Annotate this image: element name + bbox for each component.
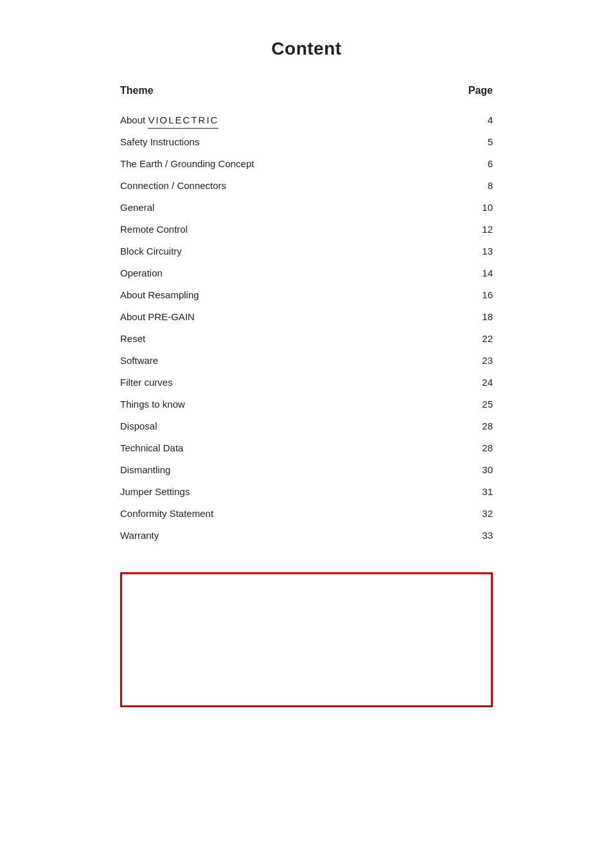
toc-item-label: Software <box>120 353 158 368</box>
toc-item-page: 28 <box>474 440 493 456</box>
toc-table: Theme Page About VIOLECTRIC 4 Safety Ins… <box>120 85 493 547</box>
toc-item-page: 6 <box>474 156 493 172</box>
list-item: General 10 <box>120 197 493 219</box>
toc-item-label: Technical Data <box>120 440 183 456</box>
list-item: Technical Data 28 <box>120 437 493 459</box>
toc-item-label: Block Circuitry <box>120 244 182 259</box>
list-item: Software 23 <box>120 350 493 372</box>
toc-item-label: Conformity Statement <box>120 506 213 521</box>
toc-item-label: The Earth / Grounding Concept <box>120 156 254 172</box>
list-item: Warranty 33 <box>120 525 493 547</box>
toc-item-label: Reset <box>120 331 145 347</box>
toc-item-page: 24 <box>474 375 493 390</box>
toc-header-row: Theme Page <box>120 85 493 103</box>
toc-item-label: Safety Instructions <box>120 134 199 150</box>
list-item: Conformity Statement 32 <box>120 503 493 525</box>
toc-item-page: 30 <box>474 462 493 478</box>
list-item: About Resampling 16 <box>120 284 493 306</box>
toc-item-label: Things to know <box>120 397 185 412</box>
toc-item-page: 25 <box>474 397 493 412</box>
toc-item-page: 12 <box>474 222 493 237</box>
toc-item-page: 33 <box>474 528 493 543</box>
toc-item-page: 5 <box>474 134 493 150</box>
toc-item-label: Warranty <box>120 528 159 543</box>
toc-item-label: Operation <box>120 266 163 281</box>
toc-item-page: 4 <box>474 113 493 128</box>
list-item: Reset 22 <box>120 328 493 350</box>
toc-item-label: Connection / Connectors <box>120 178 226 194</box>
list-item: About VIOLECTRIC 4 <box>120 109 493 131</box>
toc-item-label: About PRE-GAIN <box>120 309 195 325</box>
toc-item-page: 31 <box>474 484 493 500</box>
list-item: The Earth / Grounding Concept 6 <box>120 153 493 175</box>
toc-item-page: 22 <box>474 331 493 347</box>
toc-item-page: 8 <box>474 178 493 194</box>
toc-item-page: 13 <box>474 244 493 259</box>
toc-item-label: About VIOLECTRIC <box>120 113 218 128</box>
page-container: Content Theme Page About VIOLECTRIC 4 Sa… <box>0 0 613 868</box>
toc-item-label: Disposal <box>120 419 157 434</box>
toc-header-page: Page <box>468 85 493 96</box>
toc-item-label: General <box>120 200 154 215</box>
toc-item-page: 32 <box>474 506 493 521</box>
list-item: Connection / Connectors 8 <box>120 175 493 197</box>
toc-item-label: Filter curves <box>120 375 173 390</box>
toc-item-page: 16 <box>474 287 493 303</box>
toc-item-label: About Resampling <box>120 287 199 303</box>
list-item: Block Circuitry 13 <box>120 240 493 262</box>
toc-item-page: 28 <box>474 419 493 434</box>
list-item: Safety Instructions 5 <box>120 131 493 153</box>
list-item: Filter curves 24 <box>120 372 493 393</box>
toc-item-label: Remote Control <box>120 222 188 237</box>
toc-item-label: Jumper Settings <box>120 484 190 500</box>
list-item: Jumper Settings 31 <box>120 481 493 503</box>
list-item: Dismantling 30 <box>120 459 493 481</box>
violectric-logo: VIOLECTRIC <box>148 113 218 128</box>
image-placeholder <box>120 572 493 707</box>
page-title: Content <box>271 39 341 59</box>
list-item: Operation 14 <box>120 262 493 284</box>
list-item: About PRE-GAIN 18 <box>120 306 493 328</box>
toc-item-label: Dismantling <box>120 462 170 478</box>
list-item: Things to know 25 <box>120 393 493 415</box>
toc-item-page: 10 <box>474 200 493 215</box>
toc-item-page: 14 <box>474 266 493 281</box>
toc-item-page: 23 <box>474 353 493 368</box>
list-item: Disposal 28 <box>120 415 493 437</box>
toc-header-theme: Theme <box>120 85 154 96</box>
list-item: Remote Control 12 <box>120 219 493 240</box>
toc-item-page: 18 <box>474 309 493 325</box>
